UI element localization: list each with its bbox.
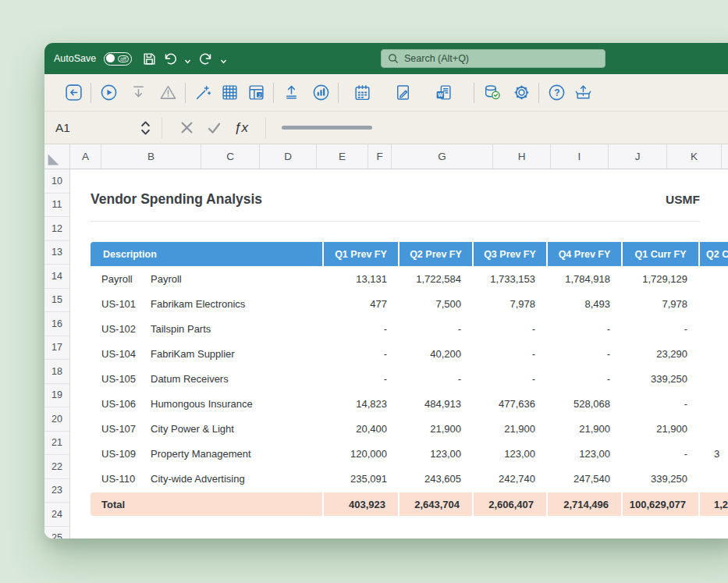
cell-value[interactable]: 7,978	[474, 298, 548, 310]
cell-value[interactable]: 21,900	[400, 423, 474, 435]
play-icon[interactable]	[98, 83, 119, 103]
total-value-cell[interactable]: 2,714,496	[548, 492, 623, 516]
cell-description[interactable]: US-106Humongous Insurance	[91, 398, 324, 410]
total-value-cell[interactable]: 403,923	[324, 492, 400, 516]
column-header-B[interactable]: B	[101, 144, 201, 169]
cell-value[interactable]: -	[548, 373, 623, 385]
column-header-C[interactable]: C	[201, 144, 260, 169]
row-header-17[interactable]: 17	[44, 336, 69, 361]
autosave-toggle[interactable]: off	[104, 52, 132, 66]
column-header-K[interactable]: K	[667, 144, 722, 169]
publish-icon[interactable]	[281, 83, 301, 103]
cell-value[interactable]: 242,740	[474, 473, 548, 485]
download-icon[interactable]	[128, 83, 148, 103]
save-icon[interactable]	[143, 52, 156, 66]
cell-description[interactable]: PayrollPayroll	[91, 273, 324, 285]
enter-check-icon[interactable]	[207, 120, 222, 135]
total-value-cell[interactable]: 2,643,704	[400, 492, 474, 516]
cell-value[interactable]: 339,250	[623, 473, 700, 485]
grid-icon[interactable]	[219, 83, 240, 103]
cell-value[interactable]: 21,900	[623, 423, 700, 435]
row-header-13[interactable]: 13	[44, 241, 69, 265]
table-header-cell[interactable]: Q2 Prev FY	[400, 242, 474, 266]
back-icon[interactable]	[63, 83, 83, 103]
row-header-11[interactable]: 11	[44, 194, 69, 218]
cell-value[interactable]: 1,729,129	[623, 273, 700, 285]
cell-value[interactable]: 123,00	[400, 448, 474, 460]
cell-value[interactable]: 21,900	[548, 423, 623, 435]
warning-icon[interactable]	[158, 83, 178, 103]
row-header-24[interactable]: 24	[44, 503, 69, 527]
cell-value[interactable]: 13,131	[324, 273, 400, 285]
redo-dropdown-icon[interactable]	[220, 53, 227, 67]
redo-icon[interactable]	[199, 52, 213, 66]
cell-value[interactable]: 8,493	[548, 298, 623, 310]
column-header-H[interactable]: H	[493, 144, 551, 169]
undo-icon[interactable]	[163, 52, 177, 66]
cell-value[interactable]: 7,978	[623, 298, 700, 310]
row-header-25[interactable]: 25	[44, 527, 69, 539]
export-box-icon[interactable]	[573, 83, 593, 103]
row-header-19[interactable]: 19	[44, 384, 69, 408]
cell-description[interactable]: US-102Tailspin Parts	[91, 323, 324, 335]
cell-value[interactable]: 339,250	[623, 373, 700, 385]
cell-value[interactable]: 23,290	[623, 348, 700, 360]
row-header-10[interactable]: 10	[44, 169, 69, 194]
column-header-E[interactable]: E	[317, 144, 368, 169]
cell-value[interactable]: 21,900	[474, 423, 548, 435]
journal-table-icon[interactable]: J	[246, 83, 266, 103]
cell-value[interactable]: 235,091	[324, 473, 400, 485]
cell-value[interactable]: 528,068	[548, 398, 623, 410]
total-value-cell[interactable]: 1,2	[700, 492, 728, 516]
cell-value[interactable]: -	[474, 373, 548, 385]
row-header-18[interactable]: 18	[44, 360, 69, 384]
cell-description[interactable]: US-109Property Management	[91, 448, 324, 460]
cell-value[interactable]: 247,540	[548, 473, 623, 485]
row-header-20[interactable]: 20	[44, 407, 69, 432]
note-edit-icon[interactable]	[392, 83, 413, 103]
cell-value[interactable]: 1,784,918	[548, 273, 623, 285]
table-header-cell[interactable]: Description	[91, 242, 324, 266]
row-header-23[interactable]: 23	[44, 479, 69, 503]
column-header-F[interactable]: F	[368, 144, 392, 169]
cell-value[interactable]: 123,00	[548, 448, 623, 460]
cell-value[interactable]: -	[324, 373, 400, 385]
name-box[interactable]: A1	[44, 119, 162, 137]
cell-value[interactable]: -	[474, 323, 548, 335]
column-header-G[interactable]: G	[392, 144, 493, 169]
cell-description[interactable]: US-104FabriKam Supplier	[91, 348, 324, 360]
cell-value[interactable]: -	[324, 348, 400, 360]
row-header-22[interactable]: 22	[44, 455, 69, 479]
cell-description[interactable]: US-101Fabrikam Electronics	[91, 298, 324, 310]
table-header-cell[interactable]: Q1 Curr FY	[623, 242, 700, 266]
gear-icon[interactable]	[511, 83, 531, 103]
cell-value[interactable]: 120,000	[324, 448, 400, 460]
cell-value[interactable]: -	[400, 323, 474, 335]
cell-value[interactable]: -	[548, 348, 623, 360]
cell-value[interactable]: 14,823	[324, 398, 400, 410]
calendar-icon[interactable]	[352, 83, 372, 103]
cell-value[interactable]: -	[548, 323, 623, 335]
table-header-cell[interactable]: Q1 Prev FY	[324, 242, 400, 266]
column-header-D[interactable]: D	[260, 144, 317, 169]
cell-value[interactable]: 243,605	[400, 473, 474, 485]
cell-value[interactable]: 123,00	[474, 448, 548, 460]
wand-icon[interactable]	[193, 83, 213, 103]
cell-value[interactable]: 40,200	[400, 348, 474, 360]
cell-value[interactable]: 7,500	[400, 298, 474, 310]
cell-value[interactable]: 20,400	[324, 423, 400, 435]
cell-value[interactable]: 3	[700, 448, 728, 460]
column-header-I[interactable]: I	[551, 144, 609, 169]
select-all-button[interactable]	[44, 144, 70, 169]
word-doc-icon[interactable]: W	[433, 83, 453, 103]
total-label-cell[interactable]: Total	[91, 492, 324, 516]
row-header-12[interactable]: 12	[44, 217, 69, 241]
cell-value[interactable]: 477,636	[474, 398, 548, 410]
row-header-14[interactable]: 14	[44, 265, 69, 289]
undo-dropdown-icon[interactable]	[184, 53, 191, 67]
formula-content-placeholder[interactable]	[282, 126, 372, 130]
column-header-A[interactable]: A	[70, 144, 101, 169]
cell-value[interactable]: 484,913	[400, 398, 474, 410]
insights-chart-icon[interactable]	[311, 83, 331, 103]
column-header-J[interactable]: J	[609, 144, 667, 169]
